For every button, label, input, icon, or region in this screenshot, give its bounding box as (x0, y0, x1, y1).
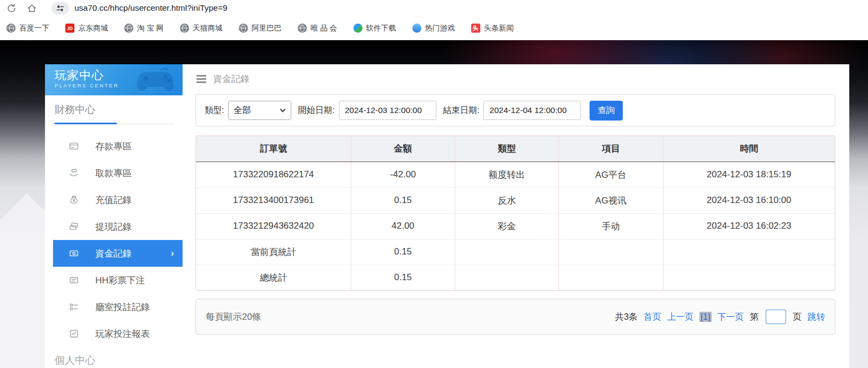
table-header-cell: 類型 (455, 136, 558, 162)
table-header-cell: 金額 (351, 136, 455, 162)
sidebar-item[interactable]: 玩家投注報表 (45, 320, 183, 347)
table-cell: 0.15 (351, 187, 455, 213)
toutiao-favicon: 头 (471, 24, 480, 33)
table-cell: 當前頁統計 (196, 239, 351, 265)
sidebar-item[interactable]: 取款專區 (45, 160, 183, 186)
main-content: 資金記錄 類型: 全部 開始日期: 結束日期: 查詢 訂單號金額類型項目時間 (183, 64, 849, 368)
bookmark-label: 百度一下 (19, 24, 49, 33)
browser-chrome: usa70.cc/hhcp/usercenter.html?iniType=9 … (0, 0, 868, 40)
funds-record-icon (69, 248, 79, 259)
sidebar-item-label: 資金記錄 (95, 247, 132, 260)
table-row: 總統計0.15 (196, 265, 835, 290)
bookmark-item[interactable]: 淘 宝 网 (124, 24, 164, 33)
table-cell (559, 239, 663, 265)
sidebar-item[interactable]: 提現記錄 (45, 213, 183, 240)
jump-suffix-label: 页 (793, 311, 802, 323)
sidebar-item-label: HH彩票下注 (95, 274, 145, 287)
withdraw-wallet-icon (69, 221, 79, 232)
type-select[interactable]: 全部 (228, 101, 291, 120)
end-date-label: 結束日期: (443, 105, 479, 116)
game-favicon (412, 24, 421, 33)
bookmark-label: 软件下载 (366, 24, 396, 33)
table-cell: 0.15 (351, 265, 455, 290)
table-cell: 42.00 (351, 213, 455, 239)
jump-action-link[interactable]: 跳转 (807, 311, 825, 323)
bookmark-item[interactable]: 阿里巴巴 (239, 24, 282, 33)
home-icon[interactable] (24, 1, 40, 15)
recharge-moneybag-icon (69, 194, 79, 205)
first-page-link[interactable]: 首页 (644, 311, 661, 323)
bookmark-label: 唯 品 会 (311, 24, 337, 33)
bookmark-label: 京东商城 (78, 24, 108, 33)
filter-panel: 類型: 全部 開始日期: 結束日期: 查詢 (195, 94, 835, 126)
bookmark-item[interactable]: 唯 品 会 (298, 24, 337, 33)
table-cell: 反水 (455, 187, 558, 213)
table-row: 當前頁統計0.15 (196, 239, 835, 265)
next-page-link[interactable]: 下一页 (718, 311, 744, 323)
page-background: 玩家中心 PLAYERS CENTER 財務中心 存款專區 (0, 40, 868, 368)
sidebar-item[interactable]: 資金記錄 › (53, 240, 183, 267)
table-cell: 2024-12-03 18:15:19 (663, 162, 835, 187)
start-date-label: 開始日期: (298, 105, 334, 116)
withdraw-hand-icon (69, 168, 79, 178)
sidebar: 玩家中心 PLAYERS CENTER 財務中心 存款專區 (45, 64, 183, 368)
query-button[interactable]: 查詢 (590, 101, 623, 121)
table-cell (455, 239, 558, 265)
end-date-input[interactable] (484, 101, 581, 120)
table-cell: 1733213400173961 (196, 187, 351, 213)
start-date-input[interactable] (339, 101, 436, 120)
globe-favicon (239, 24, 248, 33)
url-text[interactable]: usa70.cc/hhcp/usercenter.html?iniType=9 (74, 3, 228, 13)
jd-favicon: JD (65, 24, 74, 33)
sidebar-item-label: 廳室投註記錄 (95, 301, 150, 313)
table-cell: -42.00 (351, 162, 455, 187)
hall-record-icon (69, 302, 79, 312)
bookmark-item[interactable]: 天猫商城 (180, 24, 223, 33)
players-center-banner[interactable]: 玩家中心 PLAYERS CENTER (45, 64, 183, 95)
bookmark-item[interactable]: 百度一下 (6, 24, 49, 33)
address-bar[interactable]: usa70.cc/hhcp/usercenter.html?iniType=9 (51, 1, 228, 15)
table-cell: 彩金 (455, 213, 558, 239)
page-title: 資金記錄 (213, 73, 250, 85)
table-header-cell: 時間 (663, 136, 835, 162)
menu-icon[interactable] (197, 75, 206, 83)
bookmark-item[interactable]: 头 头条新闻 (471, 24, 514, 33)
jump-page-input[interactable] (766, 310, 786, 324)
gamepad-icon (132, 66, 178, 94)
reload-icon[interactable] (3, 1, 19, 15)
bookmark-item[interactable]: 热门游戏 (412, 24, 455, 33)
table-cell: 0.15 (351, 239, 455, 265)
sidebar-item[interactable]: 存款專區 (45, 133, 183, 160)
prev-page-link[interactable]: 上一页 (667, 311, 694, 323)
table-cell: 2024-12-03 16:10:00 (663, 187, 835, 213)
table-cell (663, 265, 835, 290)
type-select-value: 全部 (233, 105, 251, 116)
globe-favicon (298, 24, 307, 33)
lottery-bet-icon (69, 275, 79, 286)
sidebar-item[interactable]: 充值記錄 (45, 186, 183, 213)
sidebar-item-label: 提現記錄 (95, 221, 132, 233)
chevron-down-icon (280, 107, 286, 114)
current-page-indicator: [1] (699, 312, 711, 322)
bookmark-item[interactable]: 软件下载 (353, 24, 396, 33)
bookmark-label: 阿里巴巴 (252, 24, 282, 33)
table-cell: 额度转出 (455, 162, 558, 187)
section-personal-center: 個人中心 (45, 347, 183, 367)
table-cell: 總統計 (196, 265, 351, 290)
bookmark-label: 头条新闻 (484, 24, 514, 33)
section-underline (55, 123, 174, 124)
table-cell: AG视讯 (559, 187, 663, 213)
table-cell (663, 239, 835, 265)
bookmarks-bar: 百度一下 JD 京东商城 淘 宝 网 天猫商城 阿里巴巴 (0, 16, 868, 40)
sidebar-item-label: 取款專區 (95, 167, 132, 179)
software-favicon (353, 24, 363, 33)
bookmark-item[interactable]: JD 京东商城 (65, 24, 108, 33)
table-cell: 1733212943632420 (196, 213, 351, 239)
type-label: 類型: (205, 105, 224, 116)
sidebar-item[interactable]: 廳室投註記錄 (45, 294, 183, 320)
sidebar-item[interactable]: HH彩票下注 (45, 267, 183, 294)
jump-prefix-label: 第 (750, 311, 759, 323)
site-info-icon[interactable] (51, 2, 69, 14)
bet-report-icon (69, 328, 79, 339)
pagination-panel: 每頁顯示20條 共3条 首页 上一页 [1] 下一页 第 页 跳转 (195, 299, 835, 335)
